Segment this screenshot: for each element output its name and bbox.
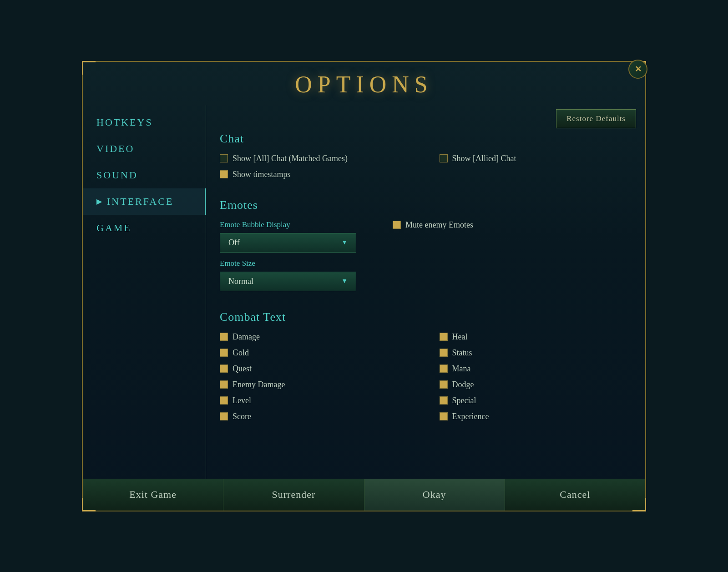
mute-emotes-label: Mute enemy Emotes — [405, 220, 473, 230]
enemy-damage-checkbox[interactable] — [220, 380, 228, 389]
damage-label: Damage — [233, 332, 260, 342]
experience-label: Experience — [452, 412, 489, 421]
sidebar-label-game: GAME — [96, 222, 131, 234]
sidebar-label-video: VIDEO — [96, 143, 134, 155]
mana-label: Mana — [452, 364, 471, 374]
settings-area: Chat Show [All] Chat (Matched Games) Sho… — [206, 105, 645, 479]
gold-label: Gold — [233, 348, 249, 358]
quest-label: Quest — [233, 364, 252, 374]
sidebar-item-sound[interactable]: SOUND — [83, 162, 206, 188]
sidebar-item-hotkeys[interactable]: HOTKEYS — [83, 109, 206, 136]
chevron-down-icon-2: ▼ — [341, 278, 348, 285]
all-chat-option[interactable]: Show [All] Chat (Matched Games) — [220, 154, 412, 163]
chat-options-row: Show [All] Chat (Matched Games) Show tim… — [220, 154, 632, 186]
quest-option[interactable]: Quest — [220, 364, 412, 374]
all-chat-label: Show [All] Chat (Matched Games) — [233, 154, 348, 163]
modal-content: HOTKEYS VIDEO SOUND ▶ INTERFACE GAME Re — [83, 105, 645, 479]
emotes-row: Emote Bubble Display Off ▼ Emote Size No… — [220, 220, 632, 298]
modal-container: ✕ OPTIONS HOTKEYS VIDEO SOUND ▶ INTERFAC… — [82, 61, 646, 511]
heal-label: Heal — [452, 332, 468, 342]
sidebar-label-sound: SOUND — [96, 169, 138, 181]
special-label: Special — [452, 396, 476, 405]
surrender-button[interactable]: Surrender — [223, 479, 364, 511]
dodge-option[interactable]: Dodge — [440, 380, 632, 390]
combat-text-section: Combat Text Damage Gold — [220, 310, 632, 428]
dodge-label: Dodge — [452, 380, 474, 390]
score-checkbox[interactable] — [220, 412, 228, 420]
status-label: Status — [452, 348, 472, 358]
mute-emotes-checkbox[interactable] — [393, 221, 401, 229]
bubble-display-label: Emote Bubble Display — [220, 220, 365, 229]
quest-checkbox[interactable] — [220, 364, 228, 373]
experience-option[interactable]: Experience — [440, 412, 632, 421]
bubble-display-value: Off — [228, 238, 240, 248]
chat-col-left: Show [All] Chat (Matched Games) Show tim… — [220, 154, 412, 186]
chat-section-title: Chat — [220, 132, 632, 146]
timestamps-checkbox[interactable] — [220, 170, 228, 178]
modal-footer: Exit Game Surrender Okay Cancel — [83, 479, 645, 511]
emote-size-dropdown[interactable]: Normal ▼ — [220, 272, 356, 291]
heal-checkbox[interactable] — [440, 333, 448, 341]
status-option[interactable]: Status — [440, 348, 632, 358]
emotes-section-title: Emotes — [220, 198, 632, 212]
okay-button[interactable]: Okay — [364, 479, 505, 511]
sidebar-label-hotkeys: HOTKEYS — [96, 116, 153, 128]
special-option[interactable]: Special — [440, 396, 632, 405]
emote-size-value: Normal — [228, 277, 253, 286]
bubble-display-dropdown[interactable]: Off ▼ — [220, 233, 356, 253]
chat-section: Chat Show [All] Chat (Matched Games) Sho… — [220, 132, 632, 186]
gold-option[interactable]: Gold — [220, 348, 412, 358]
cancel-button[interactable]: Cancel — [505, 479, 645, 511]
damage-option[interactable]: Damage — [220, 332, 412, 342]
combat-text-right-col: Heal Status Mana — [440, 332, 632, 428]
heal-option[interactable]: Heal — [440, 332, 632, 342]
level-option[interactable]: Level — [220, 396, 412, 405]
emotes-left-col: Emote Bubble Display Off ▼ Emote Size No… — [220, 220, 365, 298]
emotes-right-col: Mute enemy Emotes — [393, 220, 632, 236]
sidebar-item-interface[interactable]: ▶ INTERFACE — [83, 188, 206, 215]
allied-chat-label: Show [Allied] Chat — [452, 154, 516, 163]
all-chat-checkbox[interactable] — [220, 154, 228, 162]
options-modal: ✕ OPTIONS HOTKEYS VIDEO SOUND ▶ INTERFAC… — [82, 61, 646, 511]
sidebar-label-interface: INTERFACE — [107, 196, 173, 208]
experience-checkbox[interactable] — [440, 412, 448, 420]
sidebar-item-video[interactable]: VIDEO — [83, 136, 206, 162]
special-checkbox[interactable] — [440, 396, 448, 405]
emote-size-label: Emote Size — [220, 259, 365, 268]
close-button[interactable]: ✕ — [628, 60, 647, 79]
emotes-section: Emotes Emote Bubble Display Off ▼ Emote … — [220, 198, 632, 298]
mana-checkbox[interactable] — [440, 364, 448, 373]
score-label: Score — [233, 412, 251, 421]
active-arrow-icon: ▶ — [96, 197, 103, 206]
chat-col-right: Show [Allied] Chat — [440, 154, 632, 186]
allied-chat-option[interactable]: Show [Allied] Chat — [440, 154, 632, 163]
damage-checkbox[interactable] — [220, 333, 228, 341]
combat-text-left-col: Damage Gold Quest — [220, 332, 412, 428]
main-panel: Restore Defaults Chat Show [All] Chat (M… — [206, 105, 645, 479]
gold-checkbox[interactable] — [220, 349, 228, 357]
combat-text-row: Damage Gold Quest — [220, 332, 632, 428]
chevron-down-icon: ▼ — [341, 239, 348, 246]
level-label: Level — [233, 396, 251, 405]
level-checkbox[interactable] — [220, 396, 228, 405]
status-checkbox[interactable] — [440, 349, 448, 357]
score-option[interactable]: Score — [220, 412, 412, 421]
enemy-damage-label: Enemy Damage — [233, 380, 285, 390]
restore-defaults-button[interactable]: Restore Defaults — [556, 109, 636, 128]
corner-decoration-br — [632, 498, 646, 511]
sidebar-item-game[interactable]: GAME — [83, 215, 206, 241]
modal-title: OPTIONS — [83, 62, 645, 105]
mana-option[interactable]: Mana — [440, 364, 632, 374]
allied-chat-checkbox[interactable] — [440, 154, 448, 162]
timestamps-option[interactable]: Show timestamps — [220, 170, 412, 179]
corner-decoration-tl — [82, 61, 96, 75]
enemy-damage-option[interactable]: Enemy Damage — [220, 380, 412, 390]
timestamps-label: Show timestamps — [233, 170, 291, 179]
sidebar: HOTKEYS VIDEO SOUND ▶ INTERFACE GAME — [83, 105, 206, 479]
dodge-checkbox[interactable] — [440, 380, 448, 389]
exit-game-button[interactable]: Exit Game — [83, 479, 223, 511]
corner-decoration-bl — [82, 498, 96, 511]
combat-text-section-title: Combat Text — [220, 310, 632, 324]
mute-emotes-option[interactable]: Mute enemy Emotes — [393, 220, 632, 230]
